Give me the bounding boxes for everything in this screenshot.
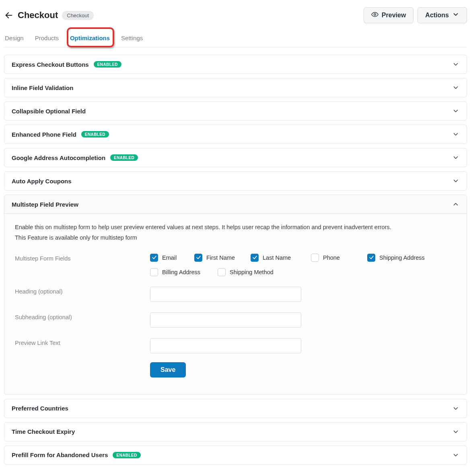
checkbox-icon [311, 254, 319, 262]
checkbox-label: First Name [206, 254, 235, 261]
row-heading: Heading (optional) [15, 283, 456, 308]
chevron-up-icon [452, 201, 459, 208]
section-header[interactable]: Inline Field Validation [4, 78, 467, 97]
checkbox-first-name[interactable]: First Name [194, 254, 251, 262]
checkbox-label: Email [162, 254, 177, 261]
checkbox-icon [251, 254, 259, 262]
checkbox-billing-address[interactable]: Billing Address [150, 268, 218, 276]
section-header[interactable]: Google Address Autocompletion ENABLED [4, 148, 467, 167]
section-collapsible-optional: Collapsible Optional Field [4, 101, 467, 121]
section-title: Google Address Autocompletion [12, 154, 105, 161]
chevron-down-icon [452, 61, 459, 68]
subheading-input[interactable] [150, 312, 301, 328]
form-label: Heading (optional) [15, 287, 150, 295]
row-multistep-fields: Multistep Form Fields Email First Name [15, 250, 456, 283]
form-label: Multistep Form Fields [15, 254, 150, 262]
tab-products[interactable]: Products [35, 31, 59, 47]
enabled-badge: ENABLED [94, 61, 121, 68]
enabled-badge: ENABLED [81, 131, 109, 138]
form-label: Subheading (optional) [15, 312, 150, 320]
section-title: Time Checkout Expiry [12, 428, 75, 435]
checkbox-icon [194, 254, 202, 262]
chevron-down-icon [452, 131, 459, 138]
enabled-badge: ENABLED [113, 452, 140, 459]
page-title: Checkout [18, 10, 58, 21]
section-title: Express Checkout Buttons [12, 61, 89, 68]
section-express-checkout: Express Checkout Buttons ENABLED [4, 55, 467, 74]
section-title: Collapsible Optional Field [12, 108, 86, 115]
checkbox-shipping-method[interactable]: Shipping Method [218, 268, 290, 276]
section-header[interactable]: Express Checkout Buttons ENABLED [4, 55, 467, 74]
section-enhanced-phone: Enhanced Phone Field ENABLED [4, 125, 467, 144]
checkbox-label: Shipping Address [379, 254, 425, 261]
form-control: Email First Name Last Name Phone [150, 254, 432, 276]
checkbox-shipping-address[interactable]: Shipping Address [367, 254, 432, 262]
checkbox-icon [150, 254, 158, 262]
checkbox-label: Last Name [263, 254, 291, 261]
chevron-down-icon [452, 11, 459, 20]
checkbox-phone[interactable]: Phone [311, 254, 367, 262]
chevron-down-icon [452, 177, 459, 185]
section-title: Enhanced Phone Field [12, 131, 76, 138]
section-body: Enable this on multistep form to help us… [4, 214, 467, 394]
tab-optimizations[interactable]: Optimizations [70, 31, 110, 47]
svg-point-1 [374, 14, 376, 16]
back-arrow-icon[interactable] [4, 10, 14, 20]
actions-button[interactable]: Actions [418, 7, 467, 23]
section-title: Multistep Field Preview [12, 201, 78, 208]
section-prefill-abandoned: Prefill Form for Abandoned Users ENABLED [4, 445, 467, 465]
form-label: Preview Link Text [15, 338, 150, 346]
section-multistep-preview: Multistep Field Preview Enable this on m… [4, 195, 467, 395]
chevron-down-icon [452, 154, 459, 161]
actions-button-label: Actions [425, 12, 449, 19]
section-header[interactable]: Prefill Form for Abandoned Users ENABLED [4, 446, 467, 464]
checkbox-label: Billing Address [162, 269, 200, 275]
checkbox-email[interactable]: Email [150, 254, 194, 262]
checkbox-last-name[interactable]: Last Name [251, 254, 311, 262]
checkbox-label: Shipping Method [230, 269, 274, 275]
enabled-badge: ENABLED [110, 154, 138, 161]
section-time-checkout-expiry: Time Checkout Expiry [4, 422, 467, 441]
section-header[interactable]: Auto Apply Coupons [4, 172, 467, 190]
heading-input[interactable] [150, 287, 301, 302]
section-description: Enable this on multistep form to help us… [15, 223, 456, 232]
section-title: Prefill Form for Abandoned Users [12, 451, 108, 458]
page-header: Checkout Checkout Preview Actions [4, 4, 467, 31]
checkbox-icon [150, 268, 158, 276]
row-subheading: Subheading (optional) [15, 308, 456, 334]
tab-design[interactable]: Design [5, 31, 24, 47]
section-header[interactable]: Enhanced Phone Field ENABLED [4, 125, 467, 144]
section-header[interactable]: Preferred Countries [4, 399, 467, 418]
section-google-address: Google Address Autocompletion ENABLED [4, 148, 467, 167]
section-title: Preferred Countries [12, 405, 68, 412]
chevron-down-icon [452, 451, 459, 459]
section-header[interactable]: Time Checkout Expiry [4, 423, 467, 441]
tabs: Design Products Optimizations Settings [4, 31, 467, 47]
eye-icon [371, 11, 378, 20]
checkbox-label: Phone [323, 254, 340, 261]
page-type-badge: Checkout [62, 11, 94, 20]
preview-button[interactable]: Preview [364, 7, 413, 23]
section-preferred-countries: Preferred Countries [4, 399, 467, 418]
chevron-down-icon [452, 405, 459, 412]
preview-button-label: Preview [382, 12, 406, 19]
section-description-2: This Feature is available only for multi… [15, 233, 456, 242]
tab-settings[interactable]: Settings [121, 31, 143, 47]
section-auto-apply-coupons: Auto Apply Coupons [4, 171, 467, 191]
checkbox-icon [367, 254, 375, 262]
header-right: Preview Actions [364, 7, 467, 23]
chevron-down-icon [452, 428, 459, 435]
section-inline-validation: Inline Field Validation [4, 78, 467, 97]
preview-link-text-input[interactable] [150, 338, 301, 353]
save-button[interactable]: Save [150, 362, 186, 378]
section-header[interactable]: Multistep Field Preview [4, 195, 467, 214]
section-header[interactable]: Collapsible Optional Field [4, 102, 467, 120]
chevron-down-icon [452, 107, 459, 115]
sections: Express Checkout Buttons ENABLED Inline … [4, 55, 467, 465]
checkbox-icon [218, 268, 226, 276]
header-left: Checkout Checkout [4, 10, 94, 21]
section-title: Inline Field Validation [12, 84, 73, 91]
row-linktext: Preview Link Text [15, 334, 456, 360]
chevron-down-icon [452, 84, 459, 91]
section-title: Auto Apply Coupons [12, 178, 72, 185]
